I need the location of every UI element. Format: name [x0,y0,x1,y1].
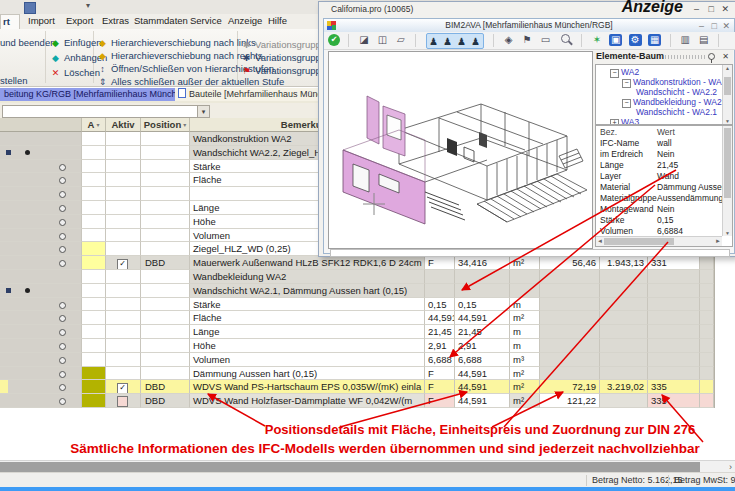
table-row-selected[interactable]: ✓ DBD WDVS Wand PS-Hartschaum EPS 0,035W… [0,380,714,394]
zoom-magnifier-icon[interactable] [561,34,570,43]
aktiv-checkbox[interactable]: ✓ [117,383,128,394]
filter-caret-icon[interactable]: ▾ [96,122,99,128]
header-a[interactable]: A▾ [82,118,106,132]
restore-button[interactable]: stellen [0,74,27,87]
selection-rect-icon[interactable]: ▭ [539,33,553,46]
props-hscrollbar[interactable]: ◄► [596,236,722,246]
table-row[interactable]: Wandschicht WA2.1, Dämmung Aussen hart (… [0,284,714,298]
scrollbar-thumb[interactable] [724,128,731,198]
collapse-icon[interactable]: − [622,99,631,108]
table-row[interactable]: Länge 21,4521,45m [0,325,714,339]
scrollbar-thumb[interactable] [724,77,731,95]
table-row[interactable]: Fläche 44,59144,591m² [0,311,714,325]
filter-combobox[interactable]: ▾ [2,105,210,118]
tab-start[interactable]: rt [0,14,20,29]
aktiv-checkbox[interactable] [117,396,128,407]
comment-flag-icon[interactable]: ⚑ [520,33,534,46]
prop-row[interactable]: IFC-Namewall [596,138,732,149]
table-row[interactable]: Höhe 2,912,91m [0,339,714,353]
pointer-nav-icon[interactable]: ◈ [502,33,516,46]
export-model-icon[interactable]: ▥ [678,33,692,46]
hierarchy-right-button[interactable]: ◆Hierarchieverschiebung nach rechts [97,49,263,62]
view-settings-icon[interactable]: ⚙ [629,34,642,46]
aktiv-checkbox[interactable]: ✓ [117,259,128,270]
tab-bearbeitung-kg-rgb[interactable]: beitung KG/RGB [Mehrfamilienhaus München… [0,88,177,101]
table-row[interactable]: Wandbekleidung WA2 [0,270,714,284]
minimize-icon[interactable]: – [694,3,699,15]
tree-item-wandbekleidung[interactable]: −Wandbekleidung - WA2 [622,97,722,107]
maximize-icon[interactable]: □ [712,20,717,32]
delete-button[interactable]: ✕Löschen [50,66,100,79]
prop-row[interactable]: MaterialgruppeAussendämmung [596,193,732,204]
prop-row[interactable]: Stärke0,15 [596,215,732,226]
prop-row[interactable]: im ErdreichNein [596,149,732,160]
table-row[interactable]: Stärke 0,150,15m [0,298,714,312]
tab-export[interactable]: Export [60,14,99,28]
element-properties: Bez.Wert IFC-Namewall im ErdreichNein Lä… [595,125,733,247]
save-and-close-button[interactable]: und beenden [0,36,55,49]
quick-access-app-icon[interactable] [24,2,36,14]
props-vscrollbar[interactable]: ▼ [722,126,732,236]
box-solid-icon[interactable]: ◪ [357,33,371,46]
view-shaded-icon[interactable]: ▦ [648,34,661,46]
tab-hilfe[interactable]: Hilfe [262,14,293,28]
maximize-icon[interactable]: □ [709,3,714,15]
tree-item-wandschicht-wa22[interactable]: Wandschicht - WA2.2 [636,87,717,97]
view-solid-icon[interactable]: ▣ [609,34,622,46]
stairs-mode-icon[interactable]: ♟ [469,35,483,48]
orbit-mode-icon[interactable]: ♟ [441,35,455,48]
insert-button[interactable]: ◆Einfügen [50,36,102,49]
collapse-icon[interactable]: − [622,79,631,88]
scroll-down-icon[interactable]: ▼ [725,230,730,236]
close-icon[interactable]: ✕ [721,3,729,15]
header-aktiv[interactable]: Aktiv [106,118,141,132]
scroll-up-icon[interactable]: ▲ [725,65,730,71]
table-row[interactable]: Dämmung Aussen hart (0,15) F44,591m² [0,367,714,381]
annotation-anzeige-label: Anzeige [622,0,683,14]
tree-item-wandschicht-wa21[interactable]: Wandschicht - WA2.1 [636,107,717,117]
filter-caret-icon[interactable]: ▾ [183,122,186,128]
panel-header[interactable]: Elemente-Baum ✕ [593,50,733,63]
collapse-icon[interactable]: − [610,69,619,78]
minimize-icon[interactable]: – [699,20,704,32]
export-doc-icon[interactable]: ▤ [697,33,711,46]
tree-item-wa3[interactable]: +WA3 [610,117,639,125]
model-color-icon[interactable]: ✶ [590,33,604,46]
table-row[interactable]: ✓ DBD Mauerwerk Außenwand HLzB SFK12 RDK… [0,256,714,270]
combobox-caret-icon[interactable]: ▾ [197,106,209,117]
scrollbar-thumb[interactable] [0,462,700,472]
document-icon [178,88,186,98]
annotation-ifc-info: Sämtliche Informationen des IFC-Modells … [45,441,725,456]
prop-header-wert: Wert [654,127,675,138]
scrollbar-thumb[interactable] [604,238,674,245]
pin-icon[interactable] [708,53,715,60]
box-half-icon[interactable]: ◫ [375,33,389,46]
table-row[interactable]: DBD WDVS Wand Holzfaser-Dämmplatte WF 0,… [0,394,714,408]
prop-row[interactable]: MaterialDämmung Aussen hart [596,182,732,193]
bim2ava-titlebar[interactable]: BIM2AVA [Mehrfamilienhaus München/RGB] –… [324,19,734,33]
table-row[interactable]: Volumen 6,6886,688m³ [0,353,714,367]
close-icon[interactable]: ✕ [722,20,730,32]
prop-row[interactable]: Länge21,45 [596,160,732,171]
scroll-down-icon[interactable]: ▼ [725,118,730,124]
walk-mode-icon[interactable]: ♟ [427,35,441,48]
header-position[interactable]: Position▾ [141,118,190,132]
pan-mode-icon[interactable]: ♟ [455,35,469,48]
prop-row[interactable]: MontagewandNein [596,204,732,215]
tree-node-dot [59,398,66,405]
scroll-left-icon[interactable]: ◄ [597,237,603,246]
popup-titlebar[interactable]: California.pro (10065) Anzeige – □ ✕ [319,2,735,16]
bim-3d-viewport[interactable] [328,51,593,249]
popup-title: California.pro (10065) [331,4,413,14]
hierarchy-left-button[interactable]: ◆Hierarchieverschiebung nach links [97,36,256,49]
scroll-right-icon[interactable]: ► [715,237,721,246]
box-outline-icon[interactable]: ▱ [394,33,408,46]
tab-import[interactable]: Import [22,14,61,28]
prop-row[interactable]: LayerWand [596,171,732,182]
apply-check-icon[interactable]: ✔ [328,34,340,46]
tree-vscrollbar[interactable]: ▲▼ [722,65,732,124]
close-icon[interactable]: ✕ [722,50,729,63]
tree-item-wa2[interactable]: −WA2 [610,67,639,77]
tree-item-wandkonstruktion[interactable]: −Wandkonstruktion - WA2 [622,77,726,87]
quick-access-caret-icon[interactable]: ▾ [86,1,90,10]
